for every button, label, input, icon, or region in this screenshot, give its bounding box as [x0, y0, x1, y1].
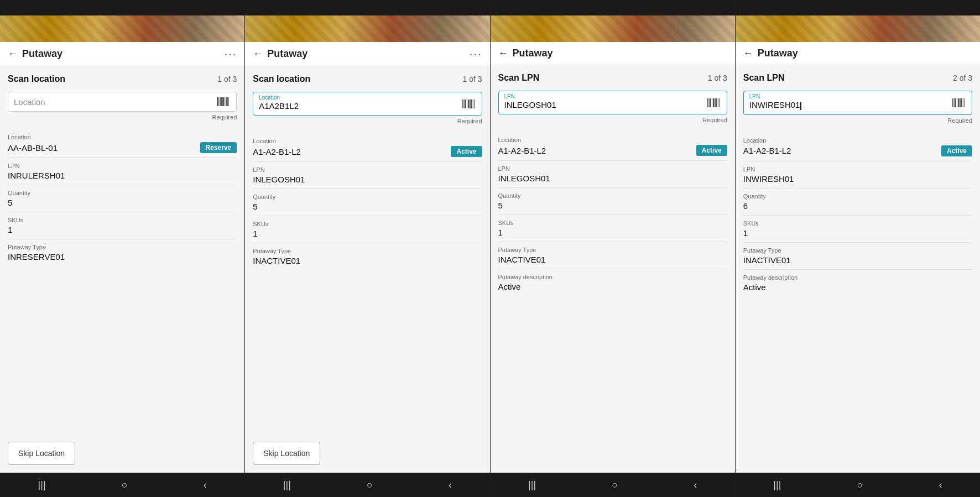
svg-rect-12	[467, 100, 467, 108]
skus-value: 1	[8, 225, 237, 234]
info-section: Location AA-AB-BL-01 Reserve LPN INRULER…	[8, 129, 237, 266]
svg-rect-23	[715, 98, 716, 107]
lpn-row: LPN INRULERSH01	[8, 158, 237, 185]
putaway-desc-label: Putaway description	[743, 274, 972, 281]
putaway-type-row: Putaway Type INACTIVE01	[743, 243, 972, 270]
location-value: A1-A2-B1-L2	[253, 147, 301, 156]
input-float-label: LPN	[749, 93, 760, 100]
location-badge: Active	[941, 145, 972, 156]
scan-input-group[interactable]: Location A1A2B1L2	[253, 92, 482, 116]
svg-rect-15	[471, 100, 472, 108]
svg-rect-20	[710, 98, 711, 107]
phone-panel-2: ← Putaway ··· Scan location 1 of 3 Locat…	[245, 0, 490, 497]
barcode-scan-icon[interactable]	[706, 97, 721, 109]
app-header: ← Putaway	[736, 42, 980, 65]
nav-home-icon[interactable]: ○	[122, 479, 128, 491]
nav-menu-icon[interactable]: |||	[528, 479, 536, 491]
barcode-scan-icon[interactable]	[215, 96, 231, 108]
skus-label: SKUs	[498, 219, 727, 226]
nav-home-icon[interactable]: ○	[367, 479, 373, 491]
nav-menu-icon[interactable]: |||	[283, 479, 291, 491]
quantity-value: 5	[498, 201, 727, 210]
info-section: Location A1-A2-B1-L2 Active LPN INWIRESH…	[743, 133, 972, 296]
scan-input-group[interactable]: Location	[8, 92, 237, 112]
svg-rect-5	[225, 97, 225, 106]
nav-back-icon[interactable]: ‹	[204, 479, 207, 491]
location-value: A1-A2-B1-L2	[498, 146, 546, 155]
info-section: Location A1-A2-B1-L2 Active LPN INLEGOSH…	[253, 133, 482, 270]
lpn-label: LPN	[498, 165, 727, 172]
putaway-type-value: INACTIVE01	[253, 256, 482, 265]
back-arrow-icon[interactable]: ←	[743, 48, 753, 59]
skip-location-button[interactable]: Skip Location	[8, 442, 75, 465]
lpn-value: INWIRESH01	[743, 174, 972, 184]
back-arrow-icon[interactable]: ←	[8, 48, 18, 60]
app-title: Putaway	[267, 48, 307, 60]
app-title: Putaway	[758, 48, 798, 59]
barcode-scan-icon[interactable]	[461, 98, 476, 110]
back-arrow-icon[interactable]: ←	[498, 48, 508, 59]
section-title: Scan LPN	[498, 73, 540, 83]
more-menu-icon[interactable]: ···	[470, 48, 482, 60]
nav-home-icon[interactable]: ○	[857, 479, 863, 491]
location-value: AA-AB-BL-01	[8, 143, 58, 153]
scan-input-group[interactable]: LPN INWIRESH01	[743, 91, 972, 115]
quantity-label: Quantity	[743, 193, 972, 200]
lpn-label: LPN	[743, 166, 972, 172]
quantity-value: 5	[253, 202, 482, 211]
location-label: Location	[253, 138, 482, 144]
nav-home-icon[interactable]: ○	[612, 479, 618, 491]
putaway-type-row: Putaway Type INACTIVE01	[253, 243, 482, 270]
nav-back-icon[interactable]: ‹	[449, 479, 452, 491]
putaway-type-label: Putaway Type	[253, 248, 482, 254]
section-header: Scan LPN 2 of 3	[743, 73, 972, 83]
putaway-type-value: INACTIVE01	[743, 255, 972, 265]
app-title: Putaway	[22, 48, 62, 60]
scan-input-group[interactable]: LPN INLEGOSH01	[498, 91, 727, 114]
header-banner	[491, 15, 735, 42]
back-arrow-icon[interactable]: ←	[253, 48, 263, 60]
input-field-value: INWIRESH01	[749, 95, 951, 111]
skus-label: SKUs	[8, 217, 237, 223]
app-title: Putaway	[513, 48, 553, 59]
putaway-type-value: INRESERVE01	[8, 252, 237, 261]
skus-row: SKUs 1	[743, 216, 972, 243]
putaway-desc-value: Active	[743, 282, 972, 292]
lpn-row: LPN INLEGOSH01	[253, 162, 482, 189]
quantity-row: Quantity 5	[8, 185, 237, 212]
status-bar	[0, 0, 244, 15]
barcode-scan-icon[interactable]	[951, 97, 966, 109]
header-left: ← Putaway	[498, 48, 553, 59]
lpn-label: LPN	[8, 163, 237, 169]
svg-rect-17	[474, 100, 475, 108]
more-menu-icon[interactable]: ···	[225, 48, 237, 60]
location-row: Location AA-AB-BL-01 Reserve	[8, 129, 237, 158]
phone-panel-4: ← Putaway Scan LPN 2 of 3 LPN INWIRESH01	[736, 0, 980, 497]
quantity-label: Quantity	[253, 193, 482, 200]
section-count: 2 of 3	[953, 74, 972, 82]
skip-location-button[interactable]: Skip Location	[253, 442, 320, 465]
nav-menu-icon[interactable]: |||	[38, 479, 46, 491]
svg-rect-35	[964, 98, 965, 107]
status-bar	[491, 0, 735, 15]
svg-rect-9	[462, 100, 463, 108]
svg-rect-4	[222, 97, 224, 106]
nav-back-icon[interactable]: ‹	[694, 479, 697, 491]
svg-rect-7	[227, 97, 228, 106]
lpn-value: INRULERSH01	[8, 171, 237, 180]
bottom-nav: ||| ○ ‹	[245, 473, 489, 497]
header-left: ← Putaway	[253, 48, 307, 60]
svg-rect-14	[470, 100, 471, 108]
section-title: Scan location	[253, 74, 310, 84]
nav-menu-icon[interactable]: |||	[773, 479, 781, 491]
location-label: Location	[498, 137, 727, 143]
location-row-content: A1-A2-B1-L2 Active	[253, 146, 482, 157]
quantity-label: Quantity	[498, 192, 727, 199]
nav-back-icon[interactable]: ‹	[939, 479, 942, 491]
putaway-desc-value: Active	[498, 282, 727, 291]
quantity-row: Quantity 5	[253, 189, 482, 216]
content-area: Scan location 1 of 3 Location A1A2B1L2 R…	[245, 66, 489, 473]
putaway-desc-label: Putaway description	[498, 274, 727, 280]
section-count: 1 of 3	[217, 75, 237, 83]
svg-rect-8	[228, 97, 229, 106]
